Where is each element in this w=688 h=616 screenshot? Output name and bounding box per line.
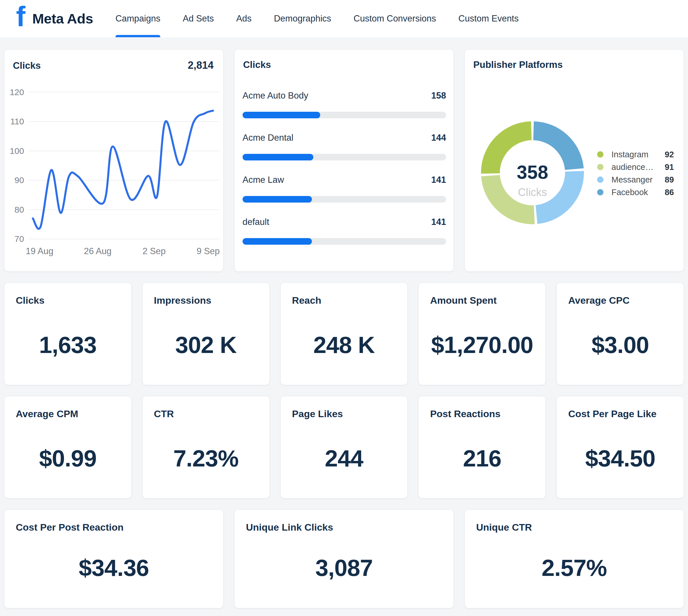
kpi-value: $0.99: [4, 445, 131, 472]
facebook-logo-icon[interactable]: f: [16, 2, 25, 30]
kpi-card-impressions: Impressions 302 K: [142, 283, 270, 385]
kpi-title: Impressions: [154, 295, 211, 306]
kpi-title: Unique CTR: [476, 522, 532, 533]
svg-text:100: 100: [10, 146, 24, 156]
svg-text:9 Sep: 9 Sep: [197, 246, 220, 256]
kpi-card-page-likes: Page Likes 244: [280, 396, 408, 499]
kpi-value: 248 K: [281, 331, 408, 358]
legend-item-instagram[interactable]: Instagram 92: [597, 148, 674, 161]
kpi-value: 3,087: [235, 554, 453, 581]
legend-item-audience[interactable]: audience… 91: [597, 161, 674, 173]
app-title: Meta Ads: [33, 10, 93, 27]
dashboard-page: f Meta Ads Campaigns Ad Sets Ads Demogra…: [0, 0, 688, 616]
card-title: Clicks: [13, 60, 41, 71]
card-total-value: 2,814: [188, 59, 214, 71]
kpi-title: Clicks: [16, 295, 44, 306]
app-header: f Meta Ads Campaigns Ad Sets Ads Demogra…: [0, 0, 688, 37]
dashboard-body: Clicks 2,814 120110100908070 19 Aug26 Au…: [0, 37, 688, 608]
legend-label: Messanger: [611, 175, 665, 184]
kpi-title: Post Reactions: [430, 408, 500, 419]
bar-label: Acme Auto Body: [242, 90, 308, 101]
kpi-title: CTR: [154, 408, 174, 419]
kpi-title: Amount Spent: [430, 295, 496, 306]
charts-row: Clicks 2,814 120110100908070 19 Aug26 Au…: [4, 49, 684, 271]
bar-row: default 141: [242, 217, 446, 245]
legend-label: Facebook: [611, 188, 665, 197]
legend-dot-icon: [597, 151, 603, 158]
kpi-value: 2.57%: [465, 554, 684, 581]
bar-label: Acme Law: [242, 175, 284, 185]
kpi-card-clicks: Clicks 1,633: [4, 283, 132, 385]
svg-text:90: 90: [15, 175, 24, 185]
svg-text:110: 110: [10, 117, 24, 126]
tab-ad-sets[interactable]: Ad Sets: [182, 0, 214, 37]
kpi-value: $34.50: [557, 445, 684, 472]
kpi-row-3: Cost Per Post Reaction $34.36 Unique Lin…: [4, 509, 684, 608]
tab-demographics[interactable]: Demographics: [274, 0, 331, 37]
kpi-card-post-reactions: Post Reactions 216: [418, 396, 546, 499]
kpi-title: Average CPM: [16, 408, 78, 419]
bar-row: Acme Dental 144: [242, 133, 446, 160]
legend-item-messanger[interactable]: Messanger 89: [597, 173, 674, 186]
line-chart[interactable]: 120110100908070 19 Aug26 Aug2 Sep9 Sep: [4, 49, 223, 271]
legend-value: 86: [665, 188, 674, 197]
kpi-value: 1,633: [4, 331, 131, 358]
kpi-card-average-cpm: Average CPM $0.99: [4, 396, 132, 499]
legend-label: Instagram: [611, 150, 665, 159]
bar-value: 141: [431, 175, 446, 185]
clicks-bar-card: Clicks Acme Auto Body 158 Acme Dental 14…: [234, 49, 454, 271]
bar-list: Acme Auto Body 158 Acme Dental 144: [235, 49, 453, 245]
donut-center-value: 358: [517, 161, 548, 183]
kpi-card-unique-ctr: Unique CTR 2.57%: [465, 509, 684, 608]
kpi-title: Unique Link Clicks: [246, 522, 333, 533]
legend-dot-icon: [597, 189, 603, 195]
svg-text:2 Sep: 2 Sep: [143, 246, 166, 256]
kpi-title: Cost Per Page Like: [568, 408, 657, 419]
donut-legend: Instagram 92 audience… 91 Messanger 89: [597, 148, 674, 199]
kpi-value: $3.00: [557, 331, 684, 358]
svg-text:80: 80: [15, 205, 24, 214]
bar-fill: [242, 196, 312, 202]
tab-custom-events[interactable]: Custom Events: [458, 0, 519, 37]
legend-value: 89: [665, 175, 674, 184]
legend-dot-icon: [597, 164, 603, 170]
kpi-card-unique-link-clicks: Unique Link Clicks 3,087: [234, 509, 454, 608]
bar-track: [242, 238, 446, 245]
kpi-row-1: Clicks 1,633 Impressions 302 K Reach 248…: [4, 283, 684, 385]
kpi-value: 216: [418, 445, 545, 472]
kpi-title: Cost Per Post Reaction: [16, 522, 124, 533]
kpi-card-cost-per-post-reaction: Cost Per Post Reaction $34.36: [4, 509, 223, 608]
kpi-value: $34.36: [4, 554, 223, 581]
bar-track: [242, 112, 446, 118]
bar-label: Acme Dental: [242, 133, 293, 143]
kpi-card-cost-per-page-like: Cost Per Page Like $34.50: [556, 396, 684, 499]
tab-ads[interactable]: Ads: [236, 0, 252, 37]
legend-value: 92: [665, 150, 674, 159]
bar-fill: [242, 238, 312, 245]
kpi-title: Page Likes: [292, 408, 343, 419]
kpi-card-average-cpc: Average CPC $3.00: [556, 283, 684, 385]
card-title: Clicks: [243, 59, 271, 70]
kpi-value: $1,270.00: [418, 331, 545, 358]
bar-fill: [242, 154, 313, 160]
kpi-card-amount-spent: Amount Spent $1,270.00: [418, 283, 546, 385]
kpi-card-reach: Reach 248 K: [280, 283, 408, 385]
legend-label: audience…: [611, 162, 665, 172]
kpi-row-2: Average CPM $0.99 CTR 7.23% Page Likes 2…: [4, 396, 684, 499]
kpi-title: Average CPC: [568, 295, 629, 306]
legend-item-facebook[interactable]: Facebook 86: [597, 186, 674, 199]
bar-fill: [242, 112, 320, 118]
clicks-line-card: Clicks 2,814 120110100908070 19 Aug26 Au…: [4, 49, 223, 271]
legend-value: 91: [665, 162, 674, 172]
bar-row: Acme Law 141: [242, 175, 446, 202]
legend-dot-icon: [597, 176, 603, 183]
tab-custom-conversions[interactable]: Custom Conversions: [353, 0, 436, 37]
svg-text:70: 70: [15, 234, 24, 244]
bar-label: default: [242, 217, 269, 227]
kpi-value: 302 K: [143, 331, 270, 358]
bar-value: 158: [431, 90, 446, 101]
kpi-title: Reach: [292, 295, 321, 306]
tab-campaigns[interactable]: Campaigns: [115, 0, 160, 37]
bar-track: [242, 154, 446, 160]
bar-value: 144: [431, 133, 446, 143]
